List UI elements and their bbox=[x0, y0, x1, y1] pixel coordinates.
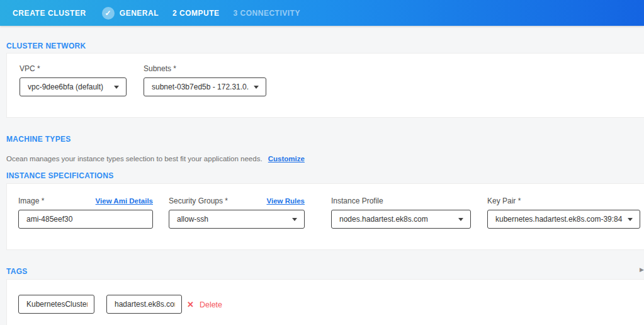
machine-types-description-text: Ocean manages your instance types select… bbox=[6, 155, 263, 162]
tag-row bbox=[18, 295, 94, 314]
image-label: Image * bbox=[18, 197, 44, 205]
tags-title: TAGS bbox=[6, 267, 28, 276]
instance-profile-select[interactable]: nodes.hadartest.ek8s.com bbox=[331, 210, 471, 229]
subnets-label: Subnets * bbox=[144, 64, 266, 73]
view-rules-link[interactable]: View Rules bbox=[266, 197, 305, 205]
vpc-label: VPC * bbox=[20, 64, 127, 73]
machine-types-title: MACHINE TYPES bbox=[6, 135, 71, 144]
chevron-down-icon bbox=[292, 218, 297, 221]
instance-specifications-card: Image * View Ami Details Security Groups… bbox=[6, 183, 644, 250]
chevron-down-icon bbox=[628, 218, 633, 221]
vpc-value: vpc-9dee6bfa (default) bbox=[28, 83, 103, 91]
tag-key-input[interactable] bbox=[18, 295, 94, 314]
tag-value-input[interactable] bbox=[106, 295, 182, 314]
tag-row bbox=[106, 295, 182, 314]
mouse-cursor-icon: ▶ bbox=[640, 267, 644, 273]
tab-compute[interactable]: 2 COMPUTE bbox=[172, 9, 220, 18]
security-groups-select[interactable]: allow-ssh bbox=[169, 210, 305, 229]
instance-profile-value: nodes.hadartest.ek8s.com bbox=[339, 215, 428, 224]
vpc-select[interactable]: vpc-9dee6bfa (default) bbox=[20, 77, 127, 96]
cluster-network-title: CLUSTER NETWORK bbox=[6, 42, 86, 50]
close-icon: ✕ bbox=[187, 300, 194, 309]
instance-specifications-title: INSTANCE SPECIFICATIONS bbox=[6, 171, 113, 180]
chevron-down-icon bbox=[114, 86, 119, 89]
tab-connectivity-label: 3 CONNECTIVITY bbox=[234, 9, 300, 18]
vpc-field: VPC * vpc-9dee6bfa (default) bbox=[20, 64, 127, 96]
wizard-title: CREATE CLUSTER bbox=[13, 9, 86, 18]
delete-tag-button[interactable]: ✕ Delete bbox=[187, 295, 222, 314]
tags-card: ✕ Delete bbox=[6, 279, 644, 325]
key-pair-field: Key Pair * kubernetes.hadartest.ek8s.com… bbox=[487, 197, 640, 229]
subnets-select[interactable]: subnet-03b7ed5b - 172.31.0.0/20 ... bbox=[144, 77, 266, 96]
delete-tag-label: Delete bbox=[200, 300, 222, 309]
check-icon: ✓ bbox=[102, 7, 115, 20]
machine-types-description: Ocean manages your instance types select… bbox=[6, 155, 305, 162]
instance-profile-label: Instance Profile bbox=[331, 197, 383, 205]
tab-compute-label: 2 COMPUTE bbox=[172, 9, 220, 18]
tab-general[interactable]: ✓ GENERAL bbox=[102, 7, 159, 20]
wizard-steps: ✓ GENERAL 2 COMPUTE 3 CONNECTIVITY bbox=[102, 7, 314, 20]
subnets-field: Subnets * subnet-03b7ed5b - 172.31.0.0/2… bbox=[144, 64, 266, 96]
customize-link[interactable]: Customize bbox=[268, 155, 305, 162]
subnets-value: subnet-03b7ed5b - 172.31.0.0/20 ... bbox=[152, 83, 249, 91]
wizard-header: CREATE CLUSTER ✓ GENERAL 2 COMPUTE 3 CON… bbox=[0, 0, 644, 26]
security-groups-label: Security Groups * bbox=[169, 197, 228, 205]
chevron-down-icon bbox=[458, 218, 463, 221]
image-input[interactable] bbox=[18, 210, 153, 229]
key-pair-label: Key Pair * bbox=[487, 197, 521, 205]
create-cluster-screen: CREATE CLUSTER ✓ GENERAL 2 COMPUTE 3 CON… bbox=[0, 0, 644, 325]
view-ami-details-link[interactable]: View Ami Details bbox=[96, 197, 153, 205]
security-groups-value: allow-ssh bbox=[177, 215, 208, 224]
security-groups-field: Security Groups * View Rules allow-ssh bbox=[169, 197, 305, 229]
cluster-network-card: VPC * vpc-9dee6bfa (default) Subnets * s… bbox=[6, 53, 644, 118]
key-pair-value: kubernetes.hadartest.ek8s.com-39:84:a5:9… bbox=[495, 215, 623, 224]
tab-general-label: GENERAL bbox=[120, 9, 159, 18]
chevron-down-icon bbox=[254, 86, 259, 89]
tab-connectivity[interactable]: 3 CONNECTIVITY bbox=[234, 9, 300, 18]
image-field: Image * View Ami Details bbox=[18, 197, 153, 229]
instance-profile-field: Instance Profile nodes.hadartest.ek8s.co… bbox=[331, 197, 471, 229]
key-pair-select[interactable]: kubernetes.hadartest.ek8s.com-39:84:a5:9… bbox=[487, 210, 640, 229]
